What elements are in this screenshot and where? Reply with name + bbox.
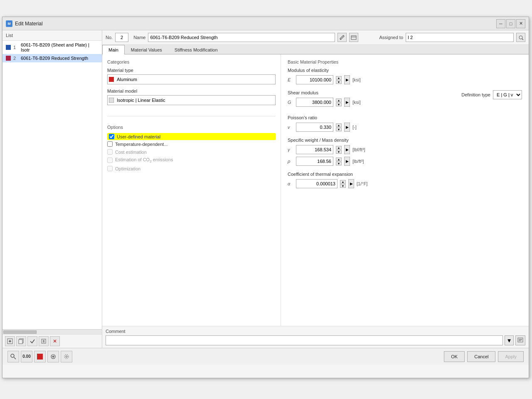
comment-label: Comment: [106, 329, 525, 334]
basic-properties-title: Basic Material Properties: [288, 59, 522, 64]
poisson-up[interactable]: ▲: [336, 123, 342, 127]
item-number-2: 2: [13, 56, 18, 61]
browse-name-button[interactable]: [349, 33, 358, 42]
list-toolbar: ✕: [2, 334, 102, 348]
thermal-up[interactable]: ▲: [340, 180, 346, 184]
toolbar-right: OK Cancel Apply: [444, 351, 524, 362]
comment-icon-button[interactable]: [515, 335, 525, 345]
gamma-down[interactable]: ▼: [336, 150, 342, 154]
cost-checkbox[interactable]: [107, 149, 113, 155]
delete-button[interactable]: ✕: [50, 336, 60, 346]
svg-rect-6: [19, 340, 22, 344]
poisson-arrow[interactable]: ▶: [344, 123, 350, 132]
content-area: List 1 6061-T6-B209 (Sheet and Plate) | …: [2, 30, 529, 348]
temperature-label: Temperature-dependent...: [115, 142, 168, 147]
search-toolbar-button[interactable]: [7, 351, 19, 362]
comment-dropdown-button[interactable]: ▼: [505, 335, 514, 345]
option-cost: Cost estimation: [107, 148, 276, 156]
name-input[interactable]: [148, 33, 335, 42]
rho-spinners: ▲ ▼: [336, 158, 342, 165]
option-user-defined: User-defined material: [107, 133, 276, 140]
rho-down[interactable]: ▼: [336, 162, 342, 165]
svg-point-14: [519, 36, 522, 39]
svg-point-25: [66, 356, 67, 357]
minimize-button[interactable]: ─: [496, 19, 505, 28]
rho-input[interactable]: [296, 157, 333, 166]
settings-toolbar-button[interactable]: [61, 351, 72, 362]
window-icon: M: [6, 20, 12, 27]
modulus-down[interactable]: ▼: [336, 80, 342, 84]
poisson-spinners: ▲ ▼: [336, 123, 342, 131]
cancel-button[interactable]: Cancel: [467, 351, 495, 362]
no-label: No.: [106, 35, 113, 40]
tab-stiffness-modification[interactable]: Stiffness Modification: [168, 45, 224, 54]
svg-point-20: [11, 354, 14, 357]
modulus-arrow[interactable]: ▶: [344, 75, 350, 84]
right-panel: No. Name Assigned to: [102, 30, 529, 348]
gamma-up[interactable]: ▲: [336, 146, 342, 150]
rho-up[interactable]: ▲: [336, 158, 342, 161]
user-defined-checkbox[interactable]: [109, 134, 114, 139]
thermal-arrow[interactable]: ▶: [348, 179, 354, 188]
left-panel: List 1 6061-T6-B209 (Sheet and Plate) | …: [2, 30, 102, 348]
definition-type-group: Definition type E | G | v: [461, 90, 522, 99]
list-item[interactable]: 1 6061-T6-B209 (Sheet and Plate) | Isotr: [2, 41, 102, 54]
modulus-symbol: E: [288, 77, 293, 82]
assigned-input[interactable]: [406, 33, 514, 42]
shear-group: Shear modulus G ▲ ▼ ▶: [288, 90, 522, 109]
color-toolbar-button[interactable]: [34, 351, 46, 362]
name-label: Name: [133, 35, 145, 40]
optimization-checkbox[interactable]: [107, 166, 113, 171]
modulus-input[interactable]: [296, 75, 333, 84]
gamma-input[interactable]: [296, 145, 333, 154]
co2-checkbox[interactable]: [107, 158, 113, 163]
edit-name-button[interactable]: [337, 33, 347, 42]
definition-type-select[interactable]: E | G | v: [493, 90, 522, 99]
maximize-button[interactable]: □: [506, 19, 515, 28]
add-button[interactable]: [5, 336, 15, 346]
modulus-row: E ▲ ▼ ▶ [ksi]: [288, 75, 522, 84]
shear-arrow[interactable]: ▶: [344, 98, 350, 107]
material-model-select[interactable]: Isotropic | Linear Elastic: [107, 95, 276, 105]
rho-arrow[interactable]: ▶: [344, 157, 350, 166]
modulus-up[interactable]: ▲: [336, 76, 342, 80]
assigned-browse-button[interactable]: [516, 33, 525, 42]
comment-section: Comment ▼: [102, 326, 529, 348]
value-toolbar-button[interactable]: 0.00: [21, 351, 32, 362]
rho-unit: [lb/ft³]: [352, 159, 364, 164]
thermal-unit: [1/°F]: [357, 181, 367, 186]
ok-button[interactable]: OK: [444, 351, 465, 362]
copy-button[interactable]: [16, 336, 26, 346]
material-type-select[interactable]: Aluminum: [107, 74, 276, 84]
title-bar-buttons: ─ □ ✕: [496, 19, 525, 28]
options-section: Options User-defined material Temperatur…: [107, 125, 276, 172]
specific-weight-label: Specific weight / Mass density: [288, 138, 522, 143]
tab-material-values[interactable]: Material Values: [125, 45, 168, 54]
rho-symbol: ρ: [288, 159, 293, 164]
thermal-input[interactable]: [296, 179, 337, 188]
list-item-active[interactable]: 2 6061-T6-B209 Reduced Strength: [2, 54, 102, 62]
shear-input[interactable]: [296, 98, 333, 107]
shear-up[interactable]: ▲: [336, 99, 342, 102]
add-toolbar-button[interactable]: [47, 351, 59, 362]
shear-down[interactable]: ▼: [336, 103, 342, 106]
scroll-bar[interactable]: [2, 329, 102, 334]
comment-row: ▼: [106, 335, 525, 345]
poisson-input[interactable]: [296, 123, 333, 132]
temperature-checkbox[interactable]: [107, 141, 113, 147]
copy2-button[interactable]: [39, 336, 49, 346]
no-input[interactable]: [115, 33, 128, 42]
comment-input[interactable]: [106, 335, 503, 345]
close-button[interactable]: ✕: [516, 19, 525, 28]
thermal-down[interactable]: ▼: [340, 184, 346, 188]
bottom-toolbar: 0.00 OK Cancel Apply: [2, 348, 529, 365]
gamma-arrow[interactable]: ▶: [344, 145, 350, 154]
shear-symbol: G: [288, 100, 293, 105]
thermal-spinners: ▲ ▼: [340, 180, 346, 188]
apply-button[interactable]: Apply: [498, 351, 524, 362]
check-button[interactable]: [27, 336, 37, 346]
poisson-down[interactable]: ▼: [336, 128, 342, 131]
tab-main[interactable]: Main: [102, 45, 125, 54]
title-bar: M Edit Material ─ □ ✕: [2, 17, 529, 30]
thermal-label: Coefficient of thermal expansion: [288, 172, 522, 177]
